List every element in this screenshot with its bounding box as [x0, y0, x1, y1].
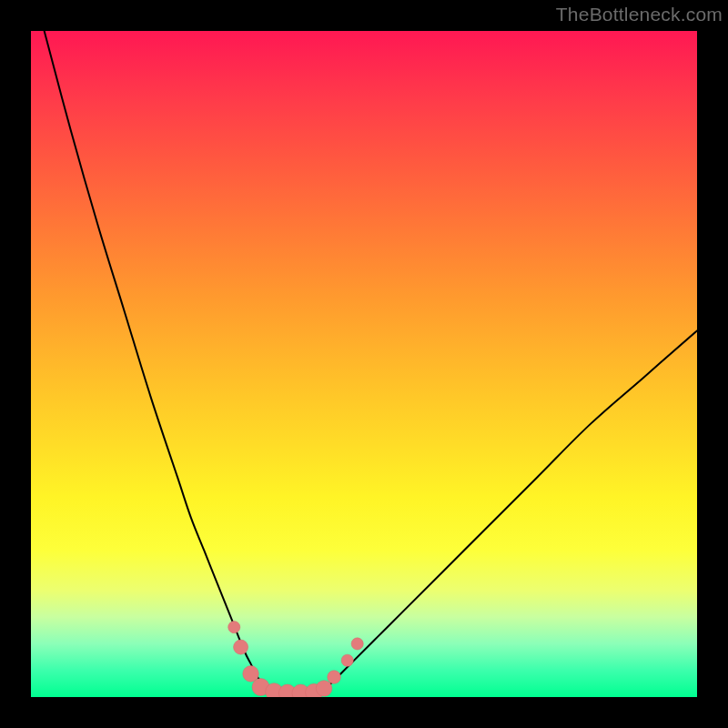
- data-marker: [316, 681, 332, 697]
- data-marker: [243, 666, 259, 682]
- data-marker: [228, 622, 240, 633]
- curve-group: [45, 31, 697, 694]
- data-marker: [328, 671, 341, 684]
- data-marker: [351, 638, 363, 650]
- curve-right-branch: [324, 330, 697, 690]
- watermark-text: TheBottleneck.com: [556, 4, 723, 25]
- data-marker: [341, 654, 353, 666]
- curve-layer: [31, 31, 697, 697]
- data-marker: [234, 640, 248, 654]
- chart-frame: TheBottleneck.com: [0, 0, 728, 728]
- curve-left-branch: [45, 31, 271, 691]
